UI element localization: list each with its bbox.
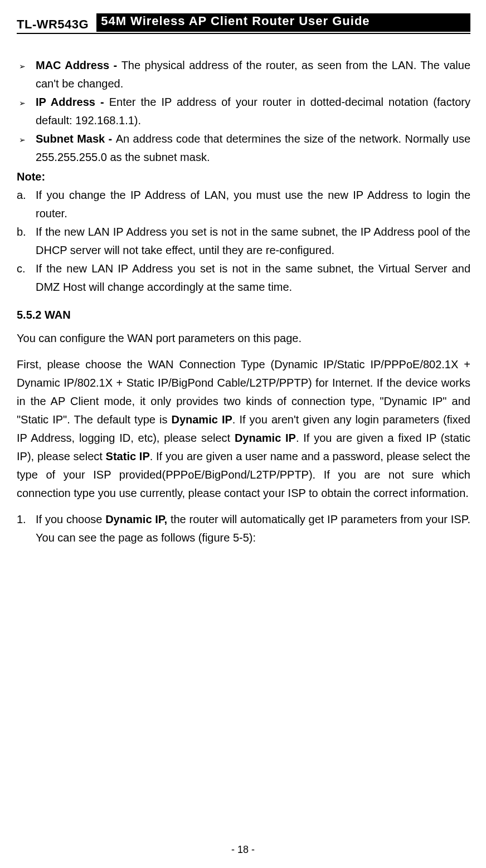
list-marker: b.	[17, 223, 32, 241]
text-run: If you choose	[36, 513, 105, 525]
list-item: Subnet Mask - An address code that deter…	[17, 130, 470, 167]
page-header: TL-WR543G 54M Wireless AP Client Router …	[17, 13, 470, 34]
paragraph: You can configure the WAN port parameter…	[17, 329, 470, 348]
list-item: MAC Address - The physical address of th…	[17, 56, 470, 93]
list-marker: c.	[17, 260, 32, 278]
list-marker: 1.	[17, 510, 26, 529]
bold-run: Static IP	[106, 450, 150, 462]
bold-run: Dynamic IP	[235, 432, 296, 444]
page-number: - 18 -	[0, 844, 486, 856]
list-item: c. If the new LAN IP Address you set is …	[17, 260, 470, 296]
list-item: 1. If you choose Dynamic IP, the router …	[17, 510, 470, 547]
note-text: If you change the IP Address of LAN, you…	[36, 189, 470, 220]
section-heading: 5.5.2 WAN	[17, 309, 470, 321]
list-item: IP Address - Enter the IP address of you…	[17, 93, 470, 130]
note-heading: Note:	[17, 168, 470, 186]
list-item: b. If the new LAN IP Address you set is …	[17, 223, 470, 260]
paragraph: First, please choose the WAN Connection …	[17, 355, 470, 503]
definition-list: MAC Address - The physical address of th…	[17, 56, 470, 167]
term: MAC Address -	[36, 59, 122, 71]
list-item: a. If you change the IP Address of LAN, …	[17, 186, 470, 223]
header-title: 54M Wireless AP Client Router User Guide	[96, 13, 470, 32]
term: Subnet Mask -	[36, 133, 116, 145]
list-marker: a.	[17, 186, 32, 204]
note-text: If the new LAN IP Address you set is not…	[36, 226, 470, 256]
term: IP Address -	[36, 96, 109, 108]
note-list: a. If you change the IP Address of LAN, …	[17, 186, 470, 296]
numbered-list: 1. If you choose Dynamic IP, the router …	[17, 510, 470, 547]
note-text: If the new LAN IP Address you set is not…	[36, 262, 470, 293]
header-model: TL-WR543G	[17, 17, 89, 32]
bold-run: Dynamic IP	[171, 413, 232, 426]
bold-run: Dynamic IP,	[105, 513, 167, 525]
